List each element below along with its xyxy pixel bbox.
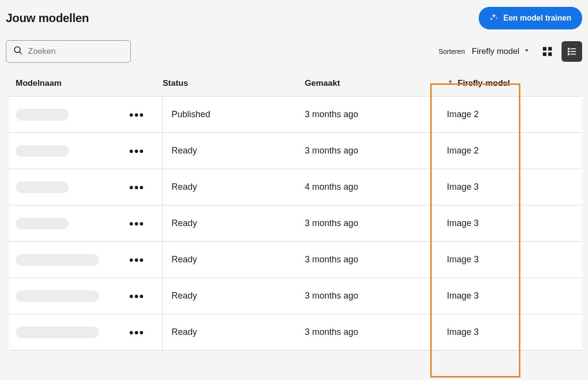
table-header: Modelnaam Status Gemaakt Firefly-model <box>9 78 582 96</box>
firefly-model-cell: Image 2 <box>447 146 584 156</box>
status-cell: Ready <box>163 218 305 228</box>
model-name-placeholder <box>16 218 69 229</box>
status-cell: Published <box>163 109 305 120</box>
train-model-label: Een model trainen <box>503 14 571 23</box>
svg-rect-9 <box>570 51 576 52</box>
sort-selected-value: Firefly model <box>472 47 519 56</box>
svg-line-1 <box>20 52 22 54</box>
table-row[interactable]: •••Ready3 months agoImage 2 <box>9 133 582 169</box>
table-row[interactable]: •••Ready3 months agoImage 3 <box>9 278 582 314</box>
name-cell: ••• <box>16 205 163 241</box>
name-cell: ••• <box>16 133 163 169</box>
controls-bar: Sorteren Firefly model <box>6 40 582 63</box>
ellipsis-icon: ••• <box>129 326 145 339</box>
created-cell: 3 months ago <box>305 109 447 120</box>
status-cell: Ready <box>163 146 305 156</box>
page-title: Jouw modellen <box>6 11 89 25</box>
models-table: Modelnaam Status Gemaakt Firefly-model •… <box>6 78 582 351</box>
chevron-down-icon <box>523 47 530 56</box>
grid-view-button[interactable] <box>537 41 558 62</box>
table-row[interactable]: •••Ready3 months agoImage 3 <box>9 205 582 242</box>
created-cell: 3 months ago <box>305 254 447 265</box>
list-icon <box>566 46 577 57</box>
name-cell: ••• <box>16 242 163 278</box>
sort-label: Sorteren <box>439 48 465 55</box>
firefly-model-cell: Image 3 <box>447 182 584 192</box>
col-header-firefly[interactable]: Firefly-model <box>447 78 584 88</box>
model-name-placeholder <box>16 145 69 157</box>
model-name-placeholder <box>16 254 99 266</box>
model-name-placeholder <box>16 327 99 338</box>
arrow-up-icon <box>447 78 454 88</box>
ellipsis-icon: ••• <box>129 289 145 303</box>
more-actions-button[interactable]: ••• <box>129 253 145 267</box>
search-field[interactable] <box>6 40 131 63</box>
grid-icon <box>542 46 553 57</box>
status-cell: Ready <box>163 254 305 265</box>
svg-rect-8 <box>568 51 570 52</box>
table-row[interactable]: •••Ready3 months agoImage 3 <box>9 314 582 351</box>
status-cell: Ready <box>163 182 305 192</box>
model-name-placeholder <box>16 290 99 302</box>
sort-dropdown[interactable]: Firefly model <box>472 47 530 56</box>
search-icon <box>13 46 23 57</box>
ellipsis-icon: ••• <box>129 144 145 157</box>
col-header-created[interactable]: Gemaakt <box>305 78 447 88</box>
created-cell: 3 months ago <box>305 218 447 228</box>
view-toggle <box>537 41 582 62</box>
created-cell: 3 months ago <box>305 327 447 337</box>
name-cell: ••• <box>16 314 163 350</box>
firefly-model-cell: Image 3 <box>447 218 584 228</box>
header-bar: Jouw modellen Een model trainen <box>6 7 582 29</box>
col-header-status[interactable]: Status <box>163 78 305 88</box>
svg-point-0 <box>15 47 21 53</box>
more-actions-button[interactable]: ••• <box>129 144 145 158</box>
created-cell: 3 months ago <box>305 291 447 301</box>
col-header-firefly-label: Firefly-model <box>458 78 510 88</box>
model-name-placeholder <box>16 109 69 121</box>
right-controls: Sorteren Firefly model <box>439 41 582 62</box>
svg-rect-10 <box>568 53 570 55</box>
table-row[interactable]: •••Ready3 months agoImage 3 <box>9 242 582 278</box>
firefly-model-cell: Image 2 <box>447 109 584 120</box>
firefly-model-cell: Image 3 <box>447 291 584 301</box>
svg-rect-2 <box>543 47 546 51</box>
firefly-model-cell: Image 3 <box>447 327 584 337</box>
table-body: •••Published3 months agoImage 2•••Ready3… <box>9 96 582 351</box>
svg-rect-3 <box>548 47 552 51</box>
svg-rect-11 <box>570 54 576 55</box>
ellipsis-icon: ••• <box>129 108 145 121</box>
more-actions-button[interactable]: ••• <box>129 289 145 303</box>
more-actions-button[interactable]: ••• <box>129 326 145 339</box>
more-actions-button[interactable]: ••• <box>129 180 145 194</box>
table-row[interactable]: •••Ready4 months agoImage 3 <box>9 169 582 205</box>
firefly-model-cell: Image 3 <box>447 254 584 265</box>
table-row[interactable]: •••Published3 months agoImage 2 <box>9 97 582 133</box>
col-header-name[interactable]: Modelnaam <box>16 78 163 88</box>
more-actions-button[interactable]: ••• <box>129 217 145 230</box>
created-cell: 3 months ago <box>305 146 447 156</box>
created-cell: 4 months ago <box>305 182 447 192</box>
ellipsis-icon: ••• <box>129 253 145 266</box>
svg-rect-7 <box>570 49 576 50</box>
status-cell: Ready <box>163 327 305 337</box>
status-cell: Ready <box>163 291 305 301</box>
model-name-placeholder <box>16 181 69 193</box>
name-cell: ••• <box>16 97 163 132</box>
more-actions-button[interactable]: ••• <box>129 108 145 122</box>
svg-rect-5 <box>548 52 552 56</box>
name-cell: ••• <box>16 169 163 205</box>
search-input[interactable] <box>28 47 123 56</box>
ellipsis-icon: ••• <box>129 217 145 230</box>
ellipsis-icon: ••• <box>129 180 145 194</box>
svg-rect-4 <box>543 52 546 56</box>
name-cell: ••• <box>16 278 163 314</box>
train-model-button[interactable]: Een model trainen <box>479 7 582 29</box>
svg-rect-6 <box>568 48 570 50</box>
list-view-button[interactable] <box>562 41 582 62</box>
sparkle-icon <box>490 13 498 24</box>
